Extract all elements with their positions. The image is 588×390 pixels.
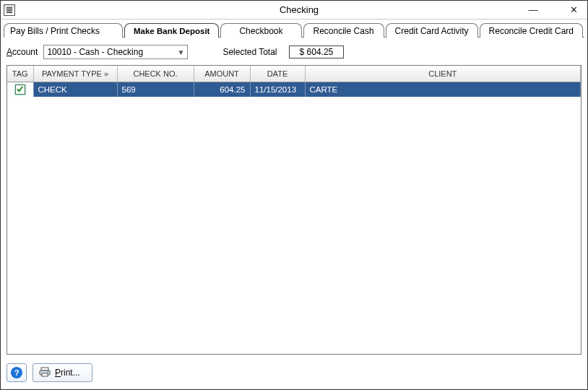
tabstrip: Pay Bills / Print Checks Make Bank Depos… [1,20,587,37]
window-icon [4,4,15,16]
tab-pay-bills[interactable]: Pay Bills / Print Checks [4,23,123,38]
tab-checkbook[interactable]: Checkbook [220,23,301,38]
tag-cell[interactable] [7,82,33,97]
chevron-down-icon: ▼ [177,48,184,56]
cell-client: CARTE [305,82,581,97]
window-title: Checking [280,4,319,15]
grid-empty-area [7,97,581,354]
maximize-button[interactable] [547,4,560,17]
help-button[interactable]: ? [7,363,27,382]
cell-check-no: 569 [117,82,194,97]
checking-window: Checking — ✕ Pay Bills / Print Checks Ma… [0,0,588,390]
tab-credit-card-activity[interactable]: Credit Card Activity [386,23,478,38]
close-button[interactable]: ✕ [567,4,580,17]
footer: ? Print... [1,359,587,389]
titlebar: Checking — ✕ [1,1,587,20]
help-icon: ? [11,367,22,378]
tab-make-bank-deposit[interactable]: Make Bank Deposit [124,23,219,38]
selected-total-value: $ 604.25 [289,46,345,58]
account-combobox[interactable]: 10010 - Cash - Checking ▼ [43,45,188,59]
cell-amount: 604.25 [194,82,250,97]
table-row[interactable]: CHECK 569 604.25 11/15/2013 CARTE [7,82,581,97]
deposit-grid: TAG PAYMENT TYPE » CHECK NO. AMOUNT DATE… [7,65,581,355]
col-tag[interactable]: TAG [7,66,33,82]
cell-date: 11/15/2013 [250,82,305,97]
print-label: Print... [55,368,80,378]
checkbox-checked-icon[interactable] [15,84,25,95]
svg-rect-0 [41,368,48,370]
account-value: 10010 - Cash - Checking [47,47,143,57]
tab-reconcile-credit-card[interactable]: Reconcile Credit Card [480,23,583,38]
col-client[interactable]: CLIENT [305,66,581,82]
printer-icon [39,367,51,379]
svg-point-3 [48,371,49,373]
tab-reconcile-cash[interactable]: Reconcile Cash [303,23,384,38]
selected-total-label: Selected Total [222,47,277,57]
minimize-button[interactable]: — [527,4,540,17]
col-check-no[interactable]: CHECK NO. [117,66,194,82]
col-payment-type[interactable]: PAYMENT TYPE » [33,66,117,82]
cell-payment-type: CHECK [33,82,117,97]
col-amount[interactable]: AMOUNT [194,66,250,82]
svg-rect-2 [42,373,48,376]
toolbar: Account 10010 - Cash - Checking ▼ Select… [1,38,587,65]
col-date[interactable]: DATE [250,66,305,82]
grid-header-row: TAG PAYMENT TYPE » CHECK NO. AMOUNT DATE… [7,66,581,82]
print-button[interactable]: Print... [33,363,92,382]
account-label: Account [7,47,38,57]
